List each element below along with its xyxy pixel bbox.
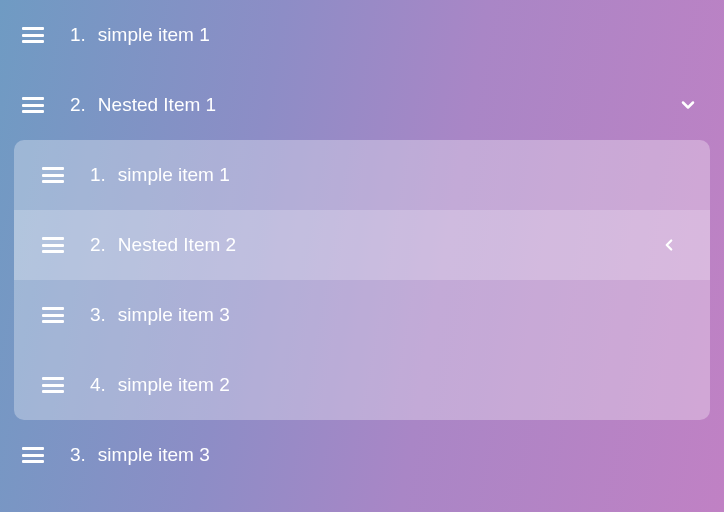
list-item[interactable]: 1. simple item 1 (0, 0, 724, 70)
sortable-list: 1. simple item 1 2. Nested Item 1 1. sim… (0, 0, 724, 490)
chevron-down-icon[interactable] (678, 95, 702, 115)
item-label: simple item 1 (98, 24, 210, 46)
drag-handle-icon[interactable] (22, 97, 44, 113)
item-label: simple item 1 (118, 164, 230, 186)
list-item[interactable]: 4. simple item 2 (14, 350, 710, 420)
drag-handle-icon[interactable] (42, 377, 64, 393)
item-label: simple item 3 (98, 444, 210, 466)
drag-handle-icon[interactable] (42, 167, 64, 183)
item-number: 3. (90, 304, 106, 326)
item-label: simple item 2 (118, 374, 230, 396)
list-item[interactable]: 2. Nested Item 1 (0, 70, 724, 140)
drag-handle-icon[interactable] (42, 307, 64, 323)
list-item[interactable]: 3. simple item 3 (0, 420, 724, 490)
chevron-left-icon[interactable] (660, 236, 682, 254)
list-item[interactable]: 2. Nested Item 2 (14, 210, 710, 280)
item-number: 3. (70, 444, 86, 466)
item-number: 1. (90, 164, 106, 186)
item-number: 2. (70, 94, 86, 116)
item-number: 1. (70, 24, 86, 46)
item-number: 2. (90, 234, 106, 256)
drag-handle-icon[interactable] (22, 27, 44, 43)
list-item[interactable]: 3. simple item 3 (14, 280, 710, 350)
item-label: simple item 3 (118, 304, 230, 326)
drag-handle-icon[interactable] (22, 447, 44, 463)
drag-handle-icon[interactable] (42, 237, 64, 253)
item-label: Nested Item 2 (118, 234, 236, 256)
item-label: Nested Item 1 (98, 94, 216, 116)
list-item[interactable]: 1. simple item 1 (14, 140, 710, 210)
nested-list: 1. simple item 1 2. Nested Item 2 3. sim… (14, 140, 710, 420)
item-number: 4. (90, 374, 106, 396)
